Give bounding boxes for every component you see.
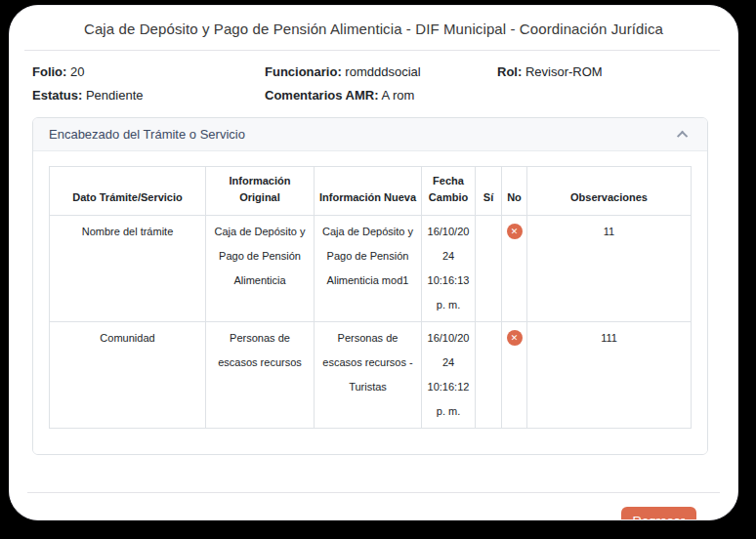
header-dato: Dato Trámite/Servicio — [50, 167, 206, 216]
review-table: Dato Trámite/Servicio Información Origin… — [49, 166, 692, 429]
header-nueva: Información Nueva — [315, 167, 422, 216]
header-fecha: Fecha Cambio — [422, 167, 476, 216]
x-circle-icon: ✕ — [507, 224, 523, 239]
accordion-panel: Encabezado del Trámite o Servicio Dato T… — [32, 117, 708, 455]
comentarios-label: Comentarios AMR: — [265, 88, 379, 103]
cell-dato: Nombre del trámite — [50, 216, 206, 322]
comentarios-field: Comentarios AMR: A rom — [265, 88, 497, 103]
header-original: Información Original — [206, 167, 315, 216]
comentarios-value: A rom — [381, 88, 414, 103]
cell-si — [476, 322, 502, 429]
cell-no: ✕ — [502, 322, 527, 429]
folio-field: Folio: 20 — [32, 64, 265, 79]
estatus-field: Estatus: Pendiente — [32, 88, 265, 103]
table-row: Nombre del trámite Caja de Depósito y Pa… — [50, 216, 692, 322]
rol-label: Rol: — [497, 64, 522, 79]
accordion-header[interactable]: Encabezado del Trámite o Servicio — [33, 118, 707, 151]
cell-si — [476, 216, 502, 322]
rol-field: Rol: Revisor-ROM — [497, 64, 718, 79]
header-observaciones: Observaciones — [527, 167, 692, 216]
cell-nueva: Personas de escasos recursos - Turistas — [315, 322, 422, 429]
cell-original: Personas de escasos recursos — [206, 322, 315, 429]
estatus-label: Estatus: — [32, 88, 82, 103]
cell-original: Caja de Depósito y Pago de Pensión Alime… — [206, 216, 315, 322]
cell-nueva: Caja de Depósito y Pago de Pensión Alime… — [315, 216, 422, 322]
cell-fecha: 16/10/2024 10:16:13 p. m. — [422, 216, 476, 322]
table-header-row: Dato Trámite/Servicio Información Origin… — [50, 167, 692, 216]
cell-fecha: 16/10/2024 10:16:12 p. m. — [422, 322, 476, 429]
header-no: No — [502, 167, 527, 216]
folio-value: 20 — [70, 64, 84, 79]
accordion-body: Dato Trámite/Servicio Información Origin… — [33, 151, 707, 454]
folio-label: Folio: — [32, 64, 66, 79]
estatus-value: Pendiente — [86, 88, 144, 103]
page-title: Caja de Depósito y Pago de Pensión Alime… — [10, 21, 737, 37]
main-card: Caja de Depósito y Pago de Pensión Alime… — [9, 5, 738, 520]
title-divider — [24, 50, 720, 51]
header-si: Sí — [476, 167, 502, 216]
cell-dato: Comunidad — [50, 322, 206, 429]
funcionario-label: Funcionario: — [265, 64, 342, 79]
x-circle-icon: ✕ — [507, 330, 523, 346]
footer-bar: Regresar — [10, 493, 737, 520]
cell-observaciones: 111 — [527, 322, 692, 429]
regresar-button[interactable]: Regresar — [621, 507, 696, 520]
funcionario-value: romdddsocial — [345, 64, 420, 79]
rol-value: Revisor-ROM — [525, 64, 603, 79]
cell-observaciones: 11 — [527, 216, 692, 322]
accordion-title: Encabezado del Trámite o Servicio — [49, 127, 245, 142]
table-row: Comunidad Personas de escasos recursos P… — [50, 322, 692, 429]
info-section: Folio: 20 Funcionario: romdddsocial Rol:… — [10, 64, 737, 103]
cell-no: ✕ — [502, 216, 527, 322]
funcionario-field: Funcionario: romdddsocial — [265, 64, 497, 79]
chevron-up-icon[interactable] — [677, 130, 688, 141]
info-spacer — [497, 88, 718, 103]
